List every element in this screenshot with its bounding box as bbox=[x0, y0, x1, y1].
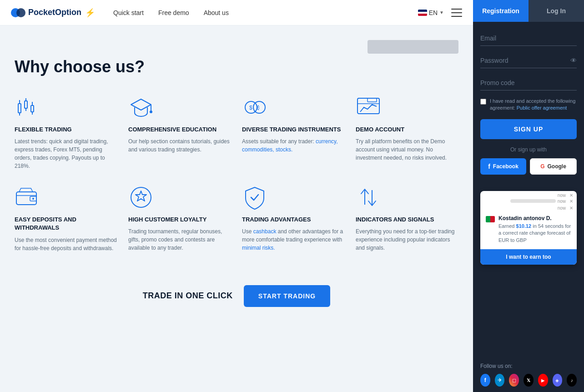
agreement-label: I have read and accepted the following a… bbox=[490, 98, 577, 112]
svg-point-25 bbox=[131, 187, 151, 207]
chevron-down-icon: ▼ bbox=[439, 10, 444, 15]
notif-now-2: now ✕ bbox=[558, 199, 573, 204]
features-grid: FLEXIBLE TRADING Latest trends: quick an… bbox=[15, 95, 458, 252]
feature-diverse-desc: Assets suitable for any trader: currency… bbox=[242, 137, 345, 154]
notif-now-3: now ✕ bbox=[558, 206, 573, 211]
nav-quick-start[interactable]: Quick start bbox=[113, 9, 144, 16]
bulgaria-flag-icon bbox=[486, 216, 495, 222]
notif-close-2[interactable]: ✕ bbox=[569, 199, 573, 204]
password-input[interactable] bbox=[480, 53, 577, 68]
feature-indicators-title: INDICATORS AND SIGNALS bbox=[356, 216, 458, 224]
coins-icon: $ ₿ bbox=[242, 95, 267, 120]
follow-section: Follow us on: f ✈ ◻ 𝕏 ▶ ◈ ♪ bbox=[473, 357, 584, 392]
signup-button[interactable]: SIGN UP bbox=[480, 119, 577, 139]
facebook-icon: f bbox=[488, 163, 490, 170]
candlestick-icon bbox=[15, 95, 40, 120]
graduation-icon bbox=[128, 95, 154, 120]
feature-diverse-title: DIVERSE TRADING INSTRUMENTS bbox=[242, 126, 345, 134]
notification-popup: now ✕ now ✕ now ✕ Kostadin antonov D. Ea bbox=[480, 191, 577, 265]
feature-advantages-desc: Use cashback and other advantages for a … bbox=[242, 227, 345, 252]
feature-loyalty-desc: Trading tournaments, regular bonuses, gi… bbox=[128, 227, 231, 252]
feature-demo-desc: Try all platform benefits on the Demo ac… bbox=[356, 137, 458, 162]
feature-education-desc: Our help section contains tutorials, gui… bbox=[128, 137, 231, 154]
start-trading-button[interactable]: START TRADING bbox=[244, 285, 330, 307]
discord-social-icon[interactable]: ◈ bbox=[553, 374, 563, 387]
notif-row-2: now ✕ bbox=[480, 198, 577, 205]
notif-username: Kostadin antonov D. bbox=[498, 215, 571, 221]
registration-form: 👁 I have read and accepted the following… bbox=[473, 22, 584, 184]
feature-deposits-title: EASY DEPOSITS AND WITHDRAWALS bbox=[15, 216, 117, 232]
agreement-checkbox[interactable] bbox=[480, 99, 486, 105]
instagram-social-icon[interactable]: ◻ bbox=[509, 374, 519, 387]
notif-amount: $10.12 bbox=[516, 223, 532, 229]
tab-registration[interactable]: Registration bbox=[473, 0, 529, 22]
nav-about-us[interactable]: About us bbox=[204, 9, 229, 16]
facebook-signup-button[interactable]: f Facebook bbox=[480, 158, 526, 175]
feature-deposits-desc: Use the most convenient payment method f… bbox=[15, 236, 117, 252]
svg-rect-2 bbox=[18, 104, 21, 113]
feature-deposits: EASY DEPOSITS AND WITHDRAWALS Use the mo… bbox=[15, 185, 117, 252]
notif-message: Earned $10.12 in 54 seconds for a correc… bbox=[498, 223, 571, 244]
promo-field bbox=[480, 75, 577, 90]
nav: Quick start Free demo About us bbox=[113, 9, 418, 16]
feature-indicators: INDICATORS AND SIGNALS Everything you ne… bbox=[356, 185, 458, 252]
chart-screen-icon bbox=[356, 95, 381, 120]
language-selector[interactable]: EN ▼ bbox=[418, 9, 444, 16]
header: PocketOption ⚡ Quick start Free demo Abo… bbox=[0, 0, 473, 25]
arrows-updown-icon bbox=[356, 185, 381, 210]
nav-free-demo[interactable]: Free demo bbox=[158, 9, 189, 16]
tiktok-social-icon[interactable]: ♪ bbox=[567, 374, 577, 387]
notif-close-3[interactable]: ✕ bbox=[569, 206, 573, 211]
feature-education-title: COMPREHENSIVE EDUCATION bbox=[128, 126, 231, 134]
main-content: Why choose us? FLEXIBLE TRADING Latest t… bbox=[0, 25, 473, 392]
flag-icon bbox=[418, 10, 427, 16]
agreement-row: I have read and accepted the following a… bbox=[480, 98, 577, 112]
password-toggle-icon[interactable]: 👁 bbox=[570, 57, 577, 64]
notif-close-1[interactable]: ✕ bbox=[569, 193, 573, 198]
gray-bar bbox=[368, 40, 458, 54]
password-field: 👁 bbox=[480, 53, 577, 68]
language-label: EN bbox=[429, 9, 438, 16]
svg-point-24 bbox=[32, 198, 34, 200]
cta-section: TRADE IN ONE CLICK START TRADING bbox=[15, 271, 458, 322]
svg-text:₿: ₿ bbox=[257, 105, 260, 111]
youtube-social-icon[interactable]: ▶ bbox=[538, 374, 548, 387]
sidebar-tabs: Registration Log In bbox=[473, 0, 584, 22]
svg-marker-26 bbox=[136, 191, 146, 201]
notif-name-stub bbox=[510, 199, 556, 203]
notif-now-1: now ✕ bbox=[558, 193, 573, 198]
or-sign-label: Or sign up with bbox=[480, 146, 577, 153]
gray-bar-area bbox=[15, 40, 458, 54]
notif-cta-button[interactable]: I want to earn too bbox=[480, 249, 577, 265]
social-icons: f ✈ ◻ 𝕏 ▶ ◈ ♪ bbox=[480, 374, 577, 387]
email-field bbox=[480, 31, 577, 46]
facebook-social-icon[interactable]: f bbox=[480, 374, 490, 387]
telegram-social-icon[interactable]: ✈ bbox=[495, 374, 505, 387]
feature-advantages-title: TRADING ADVANTAGES bbox=[242, 216, 345, 224]
shield-check-icon bbox=[242, 185, 267, 210]
email-input[interactable] bbox=[480, 31, 577, 46]
logo-icon bbox=[11, 5, 25, 20]
feature-flexible-trading: FLEXIBLE TRADING Latest trends: quick an… bbox=[15, 95, 117, 170]
menu-hamburger[interactable] bbox=[451, 9, 462, 17]
svg-point-1 bbox=[16, 8, 25, 17]
logo[interactable]: PocketOption ⚡ bbox=[11, 5, 95, 20]
svg-point-13 bbox=[150, 111, 152, 113]
notif-header: now ✕ bbox=[480, 191, 577, 198]
social-signup-buttons: f Facebook G Google bbox=[480, 158, 577, 175]
google-icon: G bbox=[540, 163, 544, 170]
svg-rect-21 bbox=[368, 98, 377, 102]
svg-marker-11 bbox=[131, 99, 151, 110]
agreement-link[interactable]: Public offer agreement bbox=[517, 105, 567, 111]
header-right: EN ▼ bbox=[418, 9, 462, 17]
follow-title: Follow us on: bbox=[480, 363, 577, 369]
promo-input[interactable] bbox=[480, 75, 577, 90]
tab-login[interactable]: Log In bbox=[529, 0, 584, 22]
twitter-x-social-icon[interactable]: 𝕏 bbox=[524, 374, 534, 387]
feature-flexible-trading-desc: Latest trends: quick and digital trading… bbox=[15, 137, 117, 170]
svg-rect-5 bbox=[25, 101, 27, 108]
sidebar: Registration Log In 👁 I have read and ac… bbox=[473, 0, 584, 392]
google-signup-button[interactable]: G Google bbox=[530, 158, 577, 175]
svg-rect-8 bbox=[31, 106, 34, 112]
star-badge-icon bbox=[128, 185, 154, 210]
